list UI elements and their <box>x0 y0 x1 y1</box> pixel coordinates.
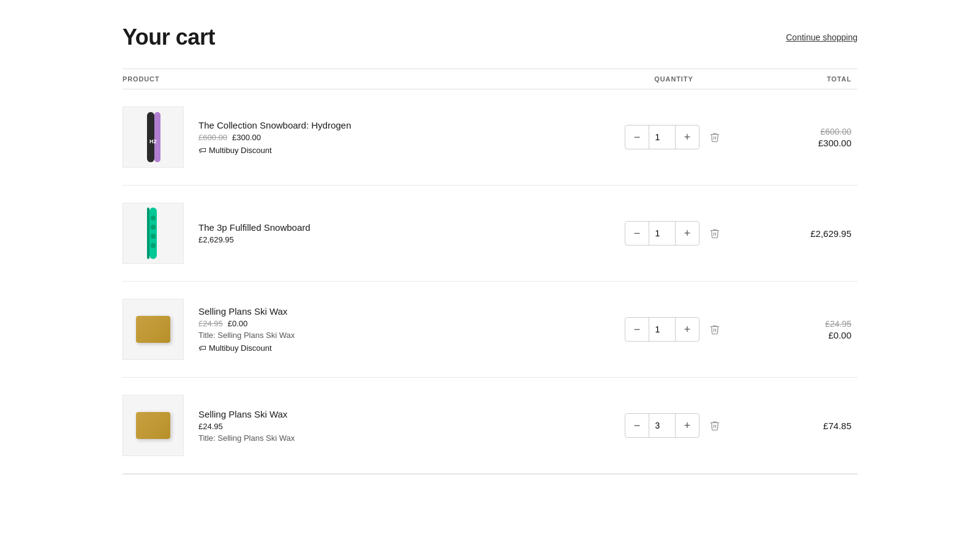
quantity-col: − + <box>612 413 735 438</box>
decrease-quantity-button[interactable]: − <box>625 126 649 149</box>
quantity-input[interactable] <box>649 318 676 341</box>
delete-item-button[interactable] <box>707 225 723 241</box>
price-original: £600.00 <box>198 133 227 142</box>
product-image <box>123 299 184 360</box>
quantity-control: − + <box>625 125 699 149</box>
tag-icon: 🏷 <box>198 343 206 353</box>
table-header: PRODUCT QUANTITY TOTAL <box>123 69 858 89</box>
cart-item: The 3p Fulfilled Snowboard £2,629.95 − + <box>123 186 858 282</box>
total-price: £74.85 <box>823 421 851 431</box>
col-total-label: TOTAL <box>735 75 858 83</box>
price-current: £0.00 <box>228 319 248 328</box>
svg-point-5 <box>151 225 156 230</box>
cart-item: Selling Plans Ski Wax £24.95 £0.00 Title… <box>123 282 858 378</box>
cart-item: Selling Plans Ski Wax £24.95 Title: Sell… <box>123 378 858 474</box>
quantity-control: − + <box>625 221 699 246</box>
product-name: The Collection Snowboard: Hydrogen <box>198 120 351 130</box>
product-image: H2 <box>123 107 184 168</box>
bottom-divider <box>123 474 858 474</box>
svg-text:H2: H2 <box>149 138 157 144</box>
product-name: Selling Plans Ski Wax <box>198 409 295 419</box>
price-current: £300.00 <box>232 133 261 142</box>
col-quantity-label: QUANTITY <box>612 75 735 83</box>
svg-rect-8 <box>147 208 149 259</box>
cart-page: Your cart Continue shopping PRODUCT QUAN… <box>86 0 894 511</box>
item-title: Title: Selling Plans Ski Wax <box>198 433 295 443</box>
product-col: H2 The Collection Snowboard: Hydrogen £6… <box>123 107 612 168</box>
cart-items-list: H2 The Collection Snowboard: Hydrogen £6… <box>123 89 858 474</box>
total-original: £600.00 <box>820 127 851 137</box>
increase-quantity-button[interactable]: + <box>676 126 699 149</box>
total-price: £300.00 <box>818 138 851 148</box>
quantity-control: − + <box>625 317 699 342</box>
page-header: Your cart Continue shopping <box>123 24 858 50</box>
delete-item-button[interactable] <box>707 321 723 337</box>
total-col: £24.95 £0.00 <box>735 319 858 340</box>
product-info: The Collection Snowboard: Hydrogen £600.… <box>198 120 351 155</box>
svg-point-6 <box>151 234 156 239</box>
svg-rect-1 <box>154 112 160 162</box>
cart-item: H2 The Collection Snowboard: Hydrogen £6… <box>123 89 858 186</box>
price-current: £2,629.95 <box>198 235 234 244</box>
quantity-control: − + <box>625 413 699 438</box>
delete-item-button[interactable] <box>707 418 723 433</box>
increase-quantity-button[interactable]: + <box>676 222 699 245</box>
svg-rect-0 <box>147 112 154 162</box>
total-original: £24.95 <box>825 319 851 329</box>
svg-point-7 <box>151 243 156 248</box>
decrease-quantity-button[interactable]: − <box>625 222 649 245</box>
col-product-label: PRODUCT <box>123 75 612 83</box>
increase-quantity-button[interactable]: + <box>676 318 699 341</box>
product-info: Selling Plans Ski Wax £24.95 Title: Sell… <box>198 409 295 443</box>
product-name: The 3p Fulfilled Snowboard <box>198 222 311 233</box>
discount-tag: 🏷 Multibuy Discount <box>198 146 351 155</box>
total-col: £74.85 <box>735 421 858 431</box>
price-original: £24.95 <box>198 319 223 328</box>
total-col: £2,629.95 <box>735 228 858 239</box>
total-price: £2,629.95 <box>810 228 851 239</box>
product-col: Selling Plans Ski Wax £24.95 Title: Sell… <box>123 395 612 456</box>
discount-label: Multibuy Discount <box>209 146 272 155</box>
quantity-col: − + <box>612 317 735 342</box>
product-info: The 3p Fulfilled Snowboard £2,629.95 <box>198 222 311 244</box>
product-col: Selling Plans Ski Wax £24.95 £0.00 Title… <box>123 299 612 360</box>
total-col: £600.00 £300.00 <box>735 127 858 148</box>
price-current: £24.95 <box>198 422 223 431</box>
discount-tag: 🏷 Multibuy Discount <box>198 343 295 353</box>
product-image <box>123 203 184 264</box>
total-price: £0.00 <box>828 330 851 340</box>
delete-item-button[interactable] <box>707 129 723 145</box>
decrease-quantity-button[interactable]: − <box>625 414 649 437</box>
quantity-input[interactable] <box>649 414 676 437</box>
continue-shopping-link[interactable]: Continue shopping <box>786 32 858 42</box>
discount-label: Multibuy Discount <box>209 343 272 353</box>
product-col: The 3p Fulfilled Snowboard £2,629.95 <box>123 203 612 264</box>
decrease-quantity-button[interactable]: − <box>625 318 649 341</box>
product-image <box>123 395 184 456</box>
item-title: Title: Selling Plans Ski Wax <box>198 331 295 340</box>
product-info: Selling Plans Ski Wax £24.95 £0.00 Title… <box>198 306 295 353</box>
page-title: Your cart <box>123 24 215 50</box>
quantity-input[interactable] <box>649 222 676 245</box>
increase-quantity-button[interactable]: + <box>676 414 699 437</box>
svg-point-4 <box>151 216 156 220</box>
product-name: Selling Plans Ski Wax <box>198 306 295 317</box>
quantity-input[interactable] <box>649 126 676 149</box>
quantity-col: − + <box>612 221 735 246</box>
tag-icon: 🏷 <box>198 146 206 155</box>
svg-rect-3 <box>149 208 157 259</box>
quantity-col: − + <box>612 125 735 149</box>
